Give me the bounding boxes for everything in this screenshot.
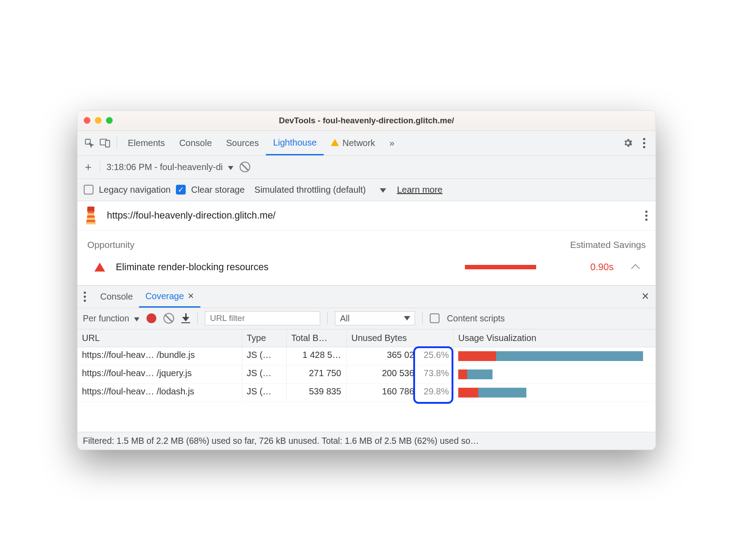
- cell-type: JS (…: [242, 365, 287, 383]
- col-type[interactable]: Type: [242, 329, 287, 347]
- settings-icon[interactable]: [620, 138, 636, 148]
- coverage-status-bar: Filtered: 1.5 MB of 2.2 MB (68%) used so…: [77, 432, 656, 450]
- tab-network[interactable]: Network: [324, 131, 382, 155]
- tab-label: Sources: [226, 138, 259, 148]
- report-menu-icon[interactable]: [645, 211, 647, 221]
- caret-down-icon: [380, 188, 386, 193]
- clear-storage-label: Clear storage: [191, 185, 244, 195]
- content-scripts-label: Content scripts: [447, 313, 505, 324]
- unused-bytes: 365 02: [387, 350, 414, 360]
- tab-label: Coverage: [145, 291, 184, 301]
- throttling-dropdown[interactable]: [380, 185, 386, 195]
- svg-rect-2: [106, 140, 110, 147]
- drawer-tabstrip: Console Coverage ✕ ✕: [77, 286, 656, 308]
- tab-label: Elements: [128, 138, 165, 148]
- device-mode-icon[interactable]: [97, 138, 113, 148]
- tab-lighthouse[interactable]: Lighthouse: [266, 131, 324, 155]
- titlebar: DevTools - foul-heavenly-direction.glitc…: [77, 111, 656, 131]
- coverage-table: URL Type Total B… Unused Bytes Usage Vis…: [77, 329, 656, 432]
- table-row[interactable]: https://foul-heav… /lodash.jsJS (…539 83…: [77, 384, 656, 402]
- minimize-window-button[interactable]: [95, 117, 102, 124]
- drawer-tab-coverage[interactable]: Coverage ✕: [139, 286, 200, 308]
- devtools-window: DevTools - foul-heavenly-direction.glitc…: [77, 110, 656, 450]
- tab-label: Lighthouse: [273, 138, 317, 148]
- unused-bytes: 200 536: [382, 368, 414, 378]
- tab-elements[interactable]: Elements: [121, 131, 172, 155]
- more-tabs-label: »: [389, 138, 394, 148]
- unused-pct: 29.8%: [417, 386, 449, 397]
- opportunity-heading: Opportunity: [87, 239, 134, 250]
- kebab-menu-icon[interactable]: [636, 138, 652, 148]
- drawer-menu-icon[interactable]: [84, 292, 86, 302]
- url-filter-input[interactable]: [205, 311, 320, 325]
- close-icon[interactable]: ✕: [187, 291, 194, 301]
- record-button[interactable]: [147, 313, 156, 323]
- estimated-savings-heading: Estimated Savings: [570, 239, 646, 250]
- cell-type: JS (…: [242, 384, 287, 402]
- lighthouse-options-bar: Legacy navigation ✓ Clear storage Simula…: [77, 179, 656, 201]
- table-row[interactable]: https://foul-heav… /jquery.jsJS (…271 75…: [77, 365, 656, 384]
- unused-pct: 25.6%: [417, 350, 449, 360]
- clear-coverage-icon[interactable]: [163, 313, 174, 324]
- tab-sources[interactable]: Sources: [219, 131, 266, 155]
- cell-unused: 200 53673.8%: [347, 365, 454, 383]
- caret-down-icon: [228, 166, 233, 170]
- unused-bytes: 160 786: [382, 386, 414, 397]
- coverage-table-header: URL Type Total B… Unused Bytes Usage Vis…: [77, 329, 656, 347]
- warning-icon: [331, 139, 339, 146]
- learn-more-link[interactable]: Learn more: [397, 185, 442, 195]
- tab-more[interactable]: »: [382, 131, 401, 155]
- report-selector[interactable]: 3:18:06 PM - foul-heavenly-di: [106, 162, 233, 172]
- cell-type: JS (…: [242, 347, 287, 365]
- drawer: Console Coverage ✕ ✕ Per function All: [77, 285, 656, 450]
- legacy-navigation-label: Legacy navigation: [99, 185, 171, 195]
- cell-total: 539 835: [287, 384, 347, 402]
- fail-triangle-icon: [94, 263, 105, 272]
- close-window-button[interactable]: [84, 117, 90, 124]
- divider: [117, 136, 117, 150]
- divider: [327, 312, 328, 324]
- audited-url: https://foul-heavenly-direction.glitch.m…: [107, 210, 276, 221]
- cell-url: https://foul-heav… /jquery.js: [77, 365, 242, 383]
- window-title: DevTools - foul-heavenly-direction.glitc…: [77, 116, 656, 126]
- tab-label: Console: [179, 138, 212, 148]
- cell-unused: 160 78629.8%: [347, 384, 454, 402]
- audited-url-row: https://foul-heavenly-direction.glitch.m…: [77, 201, 656, 231]
- caret-down-icon: [404, 316, 410, 321]
- col-unused[interactable]: Unused Bytes: [347, 329, 454, 347]
- table-row[interactable]: https://foul-heav… /bundle.jsJS (…1 428 …: [77, 347, 656, 365]
- tab-console[interactable]: Console: [172, 131, 219, 155]
- new-report-button[interactable]: +: [83, 160, 94, 174]
- cell-viz: [454, 384, 656, 402]
- panel-tabstrip: Elements Console Sources Lighthouse Netw…: [77, 131, 656, 156]
- type-filter-label: All: [340, 313, 350, 324]
- tab-label: Console: [100, 292, 133, 302]
- coverage-toolbar: Per function All Content scripts: [77, 308, 656, 329]
- opportunity-row[interactable]: Eliminate render-blocking resources 0.90…: [86, 262, 647, 273]
- drawer-tab-console[interactable]: Console: [94, 286, 139, 308]
- report-selector-label: 3:18:06 PM - foul-heavenly-di: [106, 162, 223, 172]
- content-scripts-checkbox[interactable]: [430, 313, 440, 323]
- cell-viz: [454, 365, 656, 383]
- cell-url: https://foul-heav… /lodash.js: [77, 384, 242, 402]
- legacy-navigation-checkbox[interactable]: [84, 185, 94, 195]
- zoom-window-button[interactable]: [106, 117, 113, 124]
- savings-value: 0.90s: [578, 262, 614, 273]
- cell-total: 1 428 5…: [287, 347, 347, 365]
- lighthouse-icon: [84, 207, 98, 224]
- tab-label: Network: [342, 138, 375, 148]
- cell-viz: [454, 347, 656, 365]
- col-total[interactable]: Total B…: [287, 329, 347, 347]
- opportunities-section: Opportunity Estimated Savings Eliminate …: [77, 231, 656, 285]
- lighthouse-run-toolbar: + 3:18:06 PM - foul-heavenly-di: [77, 156, 656, 179]
- cell-url: https://foul-heav… /bundle.js: [77, 347, 242, 365]
- coverage-mode-select[interactable]: Per function: [83, 313, 139, 324]
- col-url[interactable]: URL: [77, 329, 242, 347]
- close-drawer-icon[interactable]: ✕: [641, 291, 649, 302]
- clear-storage-checkbox[interactable]: ✓: [176, 185, 186, 195]
- col-viz[interactable]: Usage Visualization: [454, 329, 656, 347]
- clear-icon[interactable]: [240, 162, 250, 172]
- export-icon[interactable]: [181, 313, 190, 324]
- type-filter-select[interactable]: All: [335, 311, 415, 325]
- inspect-icon[interactable]: [81, 138, 97, 148]
